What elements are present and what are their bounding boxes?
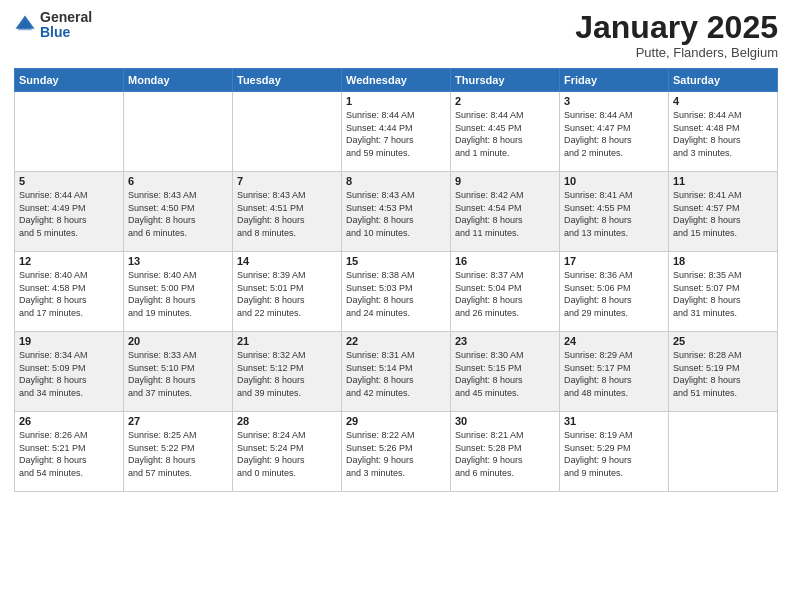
day-number: 29: [346, 415, 446, 427]
title-section: January 2025 Putte, Flanders, Belgium: [575, 10, 778, 60]
day-info: Sunrise: 8:41 AM Sunset: 4:57 PM Dayligh…: [673, 189, 773, 239]
day-number: 31: [564, 415, 664, 427]
week-row-3: 12Sunrise: 8:40 AM Sunset: 4:58 PM Dayli…: [15, 252, 778, 332]
day-number: 23: [455, 335, 555, 347]
day-number: 26: [19, 415, 119, 427]
calendar-cell: 3Sunrise: 8:44 AM Sunset: 4:47 PM Daylig…: [560, 92, 669, 172]
location-subtitle: Putte, Flanders, Belgium: [575, 45, 778, 60]
calendar-cell: 24Sunrise: 8:29 AM Sunset: 5:17 PM Dayli…: [560, 332, 669, 412]
col-saturday: Saturday: [669, 69, 778, 92]
calendar-cell: 18Sunrise: 8:35 AM Sunset: 5:07 PM Dayli…: [669, 252, 778, 332]
day-info: Sunrise: 8:33 AM Sunset: 5:10 PM Dayligh…: [128, 349, 228, 399]
day-number: 8: [346, 175, 446, 187]
day-number: 19: [19, 335, 119, 347]
col-tuesday: Tuesday: [233, 69, 342, 92]
day-info: Sunrise: 8:36 AM Sunset: 5:06 PM Dayligh…: [564, 269, 664, 319]
day-info: Sunrise: 8:30 AM Sunset: 5:15 PM Dayligh…: [455, 349, 555, 399]
calendar-cell: 14Sunrise: 8:39 AM Sunset: 5:01 PM Dayli…: [233, 252, 342, 332]
col-thursday: Thursday: [451, 69, 560, 92]
day-number: 1: [346, 95, 446, 107]
day-info: Sunrise: 8:42 AM Sunset: 4:54 PM Dayligh…: [455, 189, 555, 239]
calendar-cell: 13Sunrise: 8:40 AM Sunset: 5:00 PM Dayli…: [124, 252, 233, 332]
logo-icon: [14, 14, 36, 36]
week-row-4: 19Sunrise: 8:34 AM Sunset: 5:09 PM Dayli…: [15, 332, 778, 412]
day-number: 2: [455, 95, 555, 107]
calendar-cell: 25Sunrise: 8:28 AM Sunset: 5:19 PM Dayli…: [669, 332, 778, 412]
calendar-cell: 23Sunrise: 8:30 AM Sunset: 5:15 PM Dayli…: [451, 332, 560, 412]
day-info: Sunrise: 8:34 AM Sunset: 5:09 PM Dayligh…: [19, 349, 119, 399]
logo: General Blue: [14, 10, 92, 41]
day-info: Sunrise: 8:19 AM Sunset: 5:29 PM Dayligh…: [564, 429, 664, 479]
calendar-cell: 9Sunrise: 8:42 AM Sunset: 4:54 PM Daylig…: [451, 172, 560, 252]
day-info: Sunrise: 8:44 AM Sunset: 4:47 PM Dayligh…: [564, 109, 664, 159]
day-number: 18: [673, 255, 773, 267]
col-wednesday: Wednesday: [342, 69, 451, 92]
week-row-1: 1Sunrise: 8:44 AM Sunset: 4:44 PM Daylig…: [15, 92, 778, 172]
day-info: Sunrise: 8:38 AM Sunset: 5:03 PM Dayligh…: [346, 269, 446, 319]
day-info: Sunrise: 8:24 AM Sunset: 5:24 PM Dayligh…: [237, 429, 337, 479]
calendar-cell: [669, 412, 778, 492]
day-info: Sunrise: 8:44 AM Sunset: 4:45 PM Dayligh…: [455, 109, 555, 159]
calendar-cell: 11Sunrise: 8:41 AM Sunset: 4:57 PM Dayli…: [669, 172, 778, 252]
day-number: 9: [455, 175, 555, 187]
day-number: 10: [564, 175, 664, 187]
day-number: 20: [128, 335, 228, 347]
calendar-cell: 27Sunrise: 8:25 AM Sunset: 5:22 PM Dayli…: [124, 412, 233, 492]
logo-blue: Blue: [40, 25, 92, 40]
day-info: Sunrise: 8:28 AM Sunset: 5:19 PM Dayligh…: [673, 349, 773, 399]
day-info: Sunrise: 8:40 AM Sunset: 5:00 PM Dayligh…: [128, 269, 228, 319]
day-info: Sunrise: 8:35 AM Sunset: 5:07 PM Dayligh…: [673, 269, 773, 319]
day-info: Sunrise: 8:21 AM Sunset: 5:28 PM Dayligh…: [455, 429, 555, 479]
day-info: Sunrise: 8:26 AM Sunset: 5:21 PM Dayligh…: [19, 429, 119, 479]
day-number: 3: [564, 95, 664, 107]
calendar-cell: 26Sunrise: 8:26 AM Sunset: 5:21 PM Dayli…: [15, 412, 124, 492]
day-info: Sunrise: 8:39 AM Sunset: 5:01 PM Dayligh…: [237, 269, 337, 319]
calendar-cell: 2Sunrise: 8:44 AM Sunset: 4:45 PM Daylig…: [451, 92, 560, 172]
calendar-cell: 31Sunrise: 8:19 AM Sunset: 5:29 PM Dayli…: [560, 412, 669, 492]
day-info: Sunrise: 8:37 AM Sunset: 5:04 PM Dayligh…: [455, 269, 555, 319]
day-info: Sunrise: 8:32 AM Sunset: 5:12 PM Dayligh…: [237, 349, 337, 399]
calendar-cell: 17Sunrise: 8:36 AM Sunset: 5:06 PM Dayli…: [560, 252, 669, 332]
day-info: Sunrise: 8:44 AM Sunset: 4:48 PM Dayligh…: [673, 109, 773, 159]
day-info: Sunrise: 8:41 AM Sunset: 4:55 PM Dayligh…: [564, 189, 664, 239]
calendar-cell: 21Sunrise: 8:32 AM Sunset: 5:12 PM Dayli…: [233, 332, 342, 412]
week-row-2: 5Sunrise: 8:44 AM Sunset: 4:49 PM Daylig…: [15, 172, 778, 252]
calendar-cell: [124, 92, 233, 172]
page: General Blue January 2025 Putte, Flander…: [0, 0, 792, 612]
calendar-cell: 8Sunrise: 8:43 AM Sunset: 4:53 PM Daylig…: [342, 172, 451, 252]
header-row: Sunday Monday Tuesday Wednesday Thursday…: [15, 69, 778, 92]
header: General Blue January 2025 Putte, Flander…: [14, 10, 778, 60]
calendar-cell: 12Sunrise: 8:40 AM Sunset: 4:58 PM Dayli…: [15, 252, 124, 332]
calendar-cell: 30Sunrise: 8:21 AM Sunset: 5:28 PM Dayli…: [451, 412, 560, 492]
day-number: 11: [673, 175, 773, 187]
calendar-cell: 29Sunrise: 8:22 AM Sunset: 5:26 PM Dayli…: [342, 412, 451, 492]
day-info: Sunrise: 8:22 AM Sunset: 5:26 PM Dayligh…: [346, 429, 446, 479]
day-number: 12: [19, 255, 119, 267]
day-number: 15: [346, 255, 446, 267]
calendar: Sunday Monday Tuesday Wednesday Thursday…: [14, 68, 778, 492]
day-number: 30: [455, 415, 555, 427]
day-info: Sunrise: 8:31 AM Sunset: 5:14 PM Dayligh…: [346, 349, 446, 399]
calendar-cell: 7Sunrise: 8:43 AM Sunset: 4:51 PM Daylig…: [233, 172, 342, 252]
day-number: 28: [237, 415, 337, 427]
day-number: 13: [128, 255, 228, 267]
logo-text: General Blue: [40, 10, 92, 41]
day-number: 16: [455, 255, 555, 267]
day-info: Sunrise: 8:43 AM Sunset: 4:53 PM Dayligh…: [346, 189, 446, 239]
day-info: Sunrise: 8:43 AM Sunset: 4:50 PM Dayligh…: [128, 189, 228, 239]
day-number: 25: [673, 335, 773, 347]
day-number: 6: [128, 175, 228, 187]
col-friday: Friday: [560, 69, 669, 92]
calendar-cell: [15, 92, 124, 172]
month-title: January 2025: [575, 10, 778, 45]
calendar-header: Sunday Monday Tuesday Wednesday Thursday…: [15, 69, 778, 92]
calendar-cell: 5Sunrise: 8:44 AM Sunset: 4:49 PM Daylig…: [15, 172, 124, 252]
calendar-cell: 16Sunrise: 8:37 AM Sunset: 5:04 PM Dayli…: [451, 252, 560, 332]
col-sunday: Sunday: [15, 69, 124, 92]
day-info: Sunrise: 8:44 AM Sunset: 4:49 PM Dayligh…: [19, 189, 119, 239]
day-info: Sunrise: 8:43 AM Sunset: 4:51 PM Dayligh…: [237, 189, 337, 239]
day-info: Sunrise: 8:29 AM Sunset: 5:17 PM Dayligh…: [564, 349, 664, 399]
logo-general: General: [40, 10, 92, 25]
day-number: 27: [128, 415, 228, 427]
day-info: Sunrise: 8:40 AM Sunset: 4:58 PM Dayligh…: [19, 269, 119, 319]
